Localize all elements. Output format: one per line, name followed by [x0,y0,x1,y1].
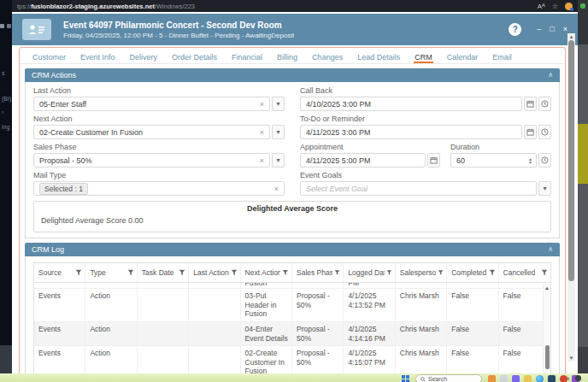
filter-icon [75,269,82,276]
collapse-icon[interactable]: ∧ [548,246,553,253]
tab-crm[interactable]: CRM [414,51,433,63]
filter-icon [541,269,548,276]
url-text[interactable]: tps://fusionblazor2-staging.azurewebsite… [17,3,195,10]
tab-delivery[interactable]: Delivery [129,51,159,63]
browser-profile-avatar[interactable] [565,3,573,10]
event-goals-select[interactable]: Select Event Goal [300,181,537,196]
chevron-down-icon: ▾ [276,128,279,136]
crm-log-header[interactable]: CRM Log ∧ [25,243,560,256]
tray-icon[interactable] [575,375,581,381]
crm-actions-header[interactable]: CRM Actions ∧ [25,68,560,82]
maximize-button[interactable]: □ [550,26,554,33]
column-header[interactable]: Next Action [241,263,292,282]
filter-icon [179,269,185,276]
table-scrollbar-thumb[interactable] [545,345,550,369]
tab-order-details[interactable]: Order Details [171,51,218,63]
tray-chevron-icon[interactable]: ∧ [567,375,570,381]
bg-text-fragment: ing [2,124,9,130]
taskbar-app-icon[interactable] [548,375,556,382]
taskbar-app-icon[interactable] [488,375,496,382]
tab-email[interactable]: Email [491,51,513,63]
event-goals-dropdown-button[interactable]: ▾ [538,181,551,196]
tab-lead-details[interactable]: Lead Details [356,51,401,63]
column-header[interactable]: Source [34,263,85,282]
calendar-icon[interactable] [524,125,537,139]
spinner-icons[interactable]: ▲▼ [528,157,532,164]
clock-icon[interactable] [538,97,551,111]
todo-reminder-input[interactable]: 4/11/2025 3:00 PM [300,125,522,139]
bg-text-fragment: s [2,70,5,76]
column-header[interactable]: Sales Phase [292,263,344,282]
help-button[interactable]: ? [509,23,521,36]
calendar-icon[interactable] [524,97,537,111]
filter-icon [231,269,238,276]
minimize-button[interactable]: – [537,26,541,33]
column-header[interactable]: Completed [447,263,498,282]
event-title: Event 64097 Philarmonic Concert - Second… [63,21,294,30]
browser-address-bar[interactable]: tps://fusionblazor2-staging.azurewebsite… [12,0,578,12]
filter-icon [489,269,496,276]
tab-financial[interactable]: Financial [231,51,263,63]
clear-icon[interactable]: × [258,156,266,165]
collapse-icon[interactable]: ∧ [548,72,553,79]
call-back-input[interactable]: 4/10/2025 3:00 PM [300,97,522,111]
next-action-dropdown-button[interactable]: ▾ [272,125,285,139]
column-header[interactable]: Salesperson [396,263,447,282]
clear-icon[interactable]: × [258,100,266,109]
duration-stepper[interactable]: 60 ▲▼ [450,153,537,167]
page-scrollbar-thumb[interactable] [568,40,574,281]
crm-actions-panel: CRM Actions ∧ Last Action 05-Enter Staff… [25,68,560,238]
tab-customer[interactable]: Customer [32,51,67,63]
tab-billing[interactable]: Billing [276,51,298,63]
favorite-star-icon[interactable]: ☆ [552,3,558,10]
column-header[interactable]: Task Date [138,263,189,282]
appointment-input[interactable]: 4/11/2025 5:00 PM [300,153,426,167]
column-header[interactable]: Logged Date [344,263,395,282]
mail-type-chip[interactable]: Selected : 1 [39,183,88,195]
crm-actions-title: CRM Actions [32,71,76,79]
taskbar-search[interactable]: Search [415,374,482,382]
taskbar-app-icon[interactable] [500,375,508,382]
mail-type-multiselect[interactable]: Selected : 1 × [33,181,285,196]
edge-browser-icon[interactable] [536,375,544,382]
call-back-field: Call Back 4/10/2025 3:00 PM [300,86,551,111]
bg-highlight-block [578,124,588,184]
clock-icon[interactable] [538,125,551,139]
tab-changes[interactable]: Changes [311,51,344,63]
folder-icon[interactable] [524,375,532,382]
next-action-combobox[interactable]: 02-Create Customer In Fusion × [33,125,270,139]
column-header[interactable]: Last Action [189,263,240,282]
chevron-down-icon: ▾ [276,100,279,108]
tab-event-info[interactable]: Event Info [79,51,116,63]
windows-start-icon[interactable] [402,375,409,382]
bg-mini-icon [0,24,4,28]
windows-taskbar: Search ∧ [0,373,588,382]
clear-icon[interactable]: × [258,128,266,137]
clear-icon[interactable]: × [273,185,280,193]
table-scrollbar[interactable]: ▲ ▼ [543,284,550,373]
sales-phase-combobox[interactable]: Proposal - 50% × [33,153,270,167]
last-action-dropdown-button[interactable]: ▾ [272,97,285,111]
last-action-label: Last Action [33,86,285,95]
table-row-partial: Fusion PM [34,283,550,289]
event-window-titlebar: Event 64097 Philarmonic Concert - Second… [12,14,578,45]
text-size-icon[interactable]: Aᴬ [538,3,545,10]
column-header[interactable]: Cancelled [499,263,550,282]
duration-label: Duration [450,143,551,151]
scroll-up-icon[interactable]: ▲ [567,34,575,39]
close-button[interactable]: × [563,26,567,33]
clock-icon[interactable] [538,153,551,167]
taskbar-app-icon[interactable] [512,375,520,382]
bg-text-fragment: (BI) [2,96,11,102]
call-back-label: Call Back [300,86,551,95]
last-action-combobox[interactable]: 05-Enter Staff × [33,97,270,111]
sales-phase-dropdown-button[interactable]: ▾ [272,153,285,167]
scroll-up-icon[interactable]: ▲ [544,285,550,291]
scroll-down-icon[interactable]: ▼ [567,356,575,361]
search-icon [420,377,426,382]
page-scrollbar[interactable]: ▲ ▼ [567,33,575,361]
filter-icon [334,269,340,276]
tab-calendar[interactable]: Calendar [446,51,479,63]
column-header[interactable]: Type [85,263,137,282]
calendar-icon[interactable] [427,153,440,167]
